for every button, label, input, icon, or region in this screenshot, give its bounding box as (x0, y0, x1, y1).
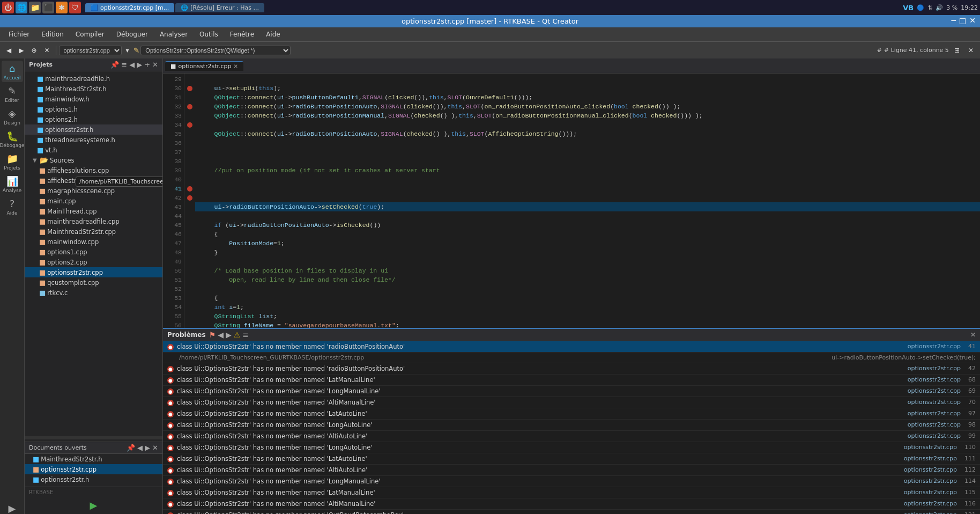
problem-item-14[interactable]: ● class Ui::OptionsStr2str' has no membe… (163, 498, 980, 510)
file-selector[interactable]: optionsstr2str.cpp (59, 46, 122, 55)
filter-options-icon[interactable]: ≡ (242, 331, 249, 339)
pin-btn[interactable]: 📌 (110, 61, 119, 69)
menu-outils[interactable]: Outils (194, 30, 224, 39)
aide-icon: ? (10, 198, 15, 209)
tree-item-vt-h[interactable]: ■ vt.h (25, 145, 162, 155)
problem-item-8[interactable]: ● class Ui::OptionsStr2str' has no membe… (163, 431, 980, 442)
tab-browser[interactable]: 🌐 [Résolu] Erreur : Has ... (175, 3, 264, 12)
tree-item-options2-h[interactable]: ■ options2.h (25, 114, 162, 124)
toolbar-close[interactable]: ✕ (41, 46, 53, 55)
prev-btn[interactable]: ◀ (129, 61, 135, 69)
docs-item-optionsstr2str-h[interactable]: ■ optionsstr2str.h (25, 474, 162, 484)
problem-item-10[interactable]: ● class Ui::OptionsStr2str' has no membe… (163, 453, 980, 465)
run-button[interactable]: ▶ (90, 500, 98, 511)
problem-item-9[interactable]: ● class Ui::OptionsStr2str' has no membe… (163, 442, 980, 453)
tree-item-mainthreadstr2str-cpp[interactable]: ■ MainthreadStr2str.cpp (25, 226, 162, 237)
tree-item-sources[interactable]: ▼ 📂 Sources (25, 155, 162, 165)
sidebar-debug[interactable]: 🐛 Débogage (2, 128, 23, 150)
problem-item-12[interactable]: ● class Ui::OptionsStr2str' has no membe… (163, 476, 980, 487)
tree-item-rtkcv[interactable]: ■ rtkcv.c (25, 288, 162, 298)
problem-item-13[interactable]: ● class Ui::OptionsStr2str' has no membe… (163, 487, 980, 498)
asterisk-icon[interactable]: ✱ (56, 2, 68, 13)
function-selector[interactable]: OptionsStr2str::OptionsStr2str(QWidget *… (140, 46, 291, 55)
close-button[interactable]: ✕ (969, 16, 976, 25)
shield-icon[interactable]: 🛡 (69, 2, 81, 13)
tab-close-btn[interactable]: ✕ (234, 63, 238, 69)
problem-item-3[interactable]: ● class Ui::OptionsStr2str' has no membe… (163, 375, 980, 386)
filename: magraphicsscene.cpp (47, 187, 115, 195)
sidebar-aide[interactable]: ? Aide (2, 196, 23, 217)
tree-item-mainthreadreadfile-h[interactable]: ■ mainthreadreadfile.h (25, 74, 162, 84)
toolbar-forward[interactable]: ▶ (16, 46, 27, 55)
next-problem-icon[interactable]: ▶ (226, 331, 232, 339)
menu-edition[interactable]: Edition (36, 30, 69, 39)
tree-item-optionsstr2str-h[interactable]: ■ optionsstr2str.h (25, 124, 162, 135)
menu-aide[interactable]: Aide (261, 30, 286, 39)
tree-item-mainwindow-h[interactable]: ■ mainwindow.h (25, 94, 162, 104)
tab-qtcreator[interactable]: 🟦 optionsstr2str.cpp [m... (85, 3, 174, 12)
docs-item-optionsstr2str-cpp[interactable]: ■ optionsstr2str.cpp (25, 464, 162, 474)
problem-item-15[interactable]: ● class Ui::OptionsStr2str' has no membe… (163, 510, 980, 514)
problem-item-2[interactable]: ● class Ui::OptionsStr2str' has no membe… (163, 363, 980, 375)
tree-item-options1-h[interactable]: ■ options1.h (25, 104, 162, 114)
docs-prev-btn[interactable]: ◀ (137, 444, 143, 452)
menu-compiler[interactable]: Compiler (70, 30, 110, 39)
problem-item-6[interactable]: ● class Ui::OptionsStr2str' has no membe… (163, 408, 980, 420)
code-content[interactable]: ui->setupUi(this); QObject::connect(ui->… (195, 74, 980, 328)
docs-close-btn[interactable]: ✕ (152, 444, 158, 452)
sidebar-debug-bottom[interactable]: ▶ Debug (2, 501, 23, 514)
next-btn[interactable]: ▶ (137, 61, 142, 69)
sidebar-editer[interactable]: ✎ Editer (2, 83, 23, 105)
tree-item-mainthreadstr2str-h[interactable]: ■ MainthreadStr2str.h (25, 84, 162, 94)
sidebar-projets[interactable]: 📁 Projets (2, 151, 23, 172)
menu-bar: Fichier Edition Compiler Déboguer Analys… (0, 27, 980, 41)
maximize-button[interactable]: □ (959, 16, 966, 25)
warning-filter-icon[interactable]: ⚠ (234, 331, 241, 339)
editor-tab-optionsstr2str[interactable]: ■ optionsstr2str.cpp ✕ (165, 61, 243, 71)
split-btn[interactable]: ⊞ (951, 46, 963, 55)
sidebar-design[interactable]: ◈ Design (2, 106, 23, 127)
tree-item-magraphicsscene[interactable]: ■ magraphicsscene.cpp (25, 186, 162, 196)
folder-icon[interactable]: 📁 (29, 2, 41, 13)
sidebar-analyse[interactable]: 📊 Analyse (2, 173, 23, 195)
tree-item-options1-cpp[interactable]: ■ options1.cpp (25, 247, 162, 257)
tree-item-optionsstr2str-cpp[interactable]: ■ optionsstr2str.cpp (25, 267, 162, 277)
docs-next-btn[interactable]: ▶ (145, 444, 150, 452)
tree-item-mainthread[interactable]: ■ MainThread.cpp (25, 206, 162, 216)
tree-item-main[interactable]: ■ main.cpp (25, 196, 162, 206)
tree-item-qcustomplot[interactable]: ■ qcustomplot.cpp (25, 277, 162, 288)
docs-item-mainthreadstr2str-h[interactable]: ■ MainthreadStr2str.h (25, 454, 162, 464)
error-filter-icon[interactable]: ⚑ (209, 331, 216, 339)
problem-item-11[interactable]: ● class Ui::OptionsStr2str' has no membe… (163, 465, 980, 476)
prev-problem-icon[interactable]: ◀ (218, 331, 224, 339)
add-tree-btn[interactable]: + (144, 61, 150, 69)
tree-item-mainwindow-cpp[interactable]: ■ mainwindow.cpp (25, 237, 162, 247)
docs-pin-btn[interactable]: 📌 (127, 444, 135, 452)
tree-item-mainthreadreadfile-cpp[interactable]: ■ mainthreadreadfile.cpp (25, 216, 162, 226)
toolbar-add[interactable]: ⊕ (28, 46, 40, 55)
problem-item-7[interactable]: ● class Ui::OptionsStr2str' has no membe… (163, 420, 980, 431)
problem-item-4[interactable]: ● class Ui::OptionsStr2str' has no membe… (163, 386, 980, 397)
tree-item-threadneuresysteme-h[interactable]: ■ threadneuresysteme.h (25, 135, 162, 145)
menu-fichier[interactable]: Fichier (3, 30, 35, 39)
menu-deboger[interactable]: Déboguer (111, 30, 153, 39)
problem-item-1[interactable]: ● class Ui::OptionsStr2str' has no membe… (163, 341, 980, 353)
toolbar-dropdown[interactable]: ▾ (123, 46, 132, 55)
tree-item-affichesolutions[interactable]: ■ affichesolutions.cpp (25, 165, 162, 175)
code-editor: 29 30 31 32 33 34 35 36 37 38 39 40 41 4… (163, 74, 980, 514)
power-icon[interactable]: ⏻ (2, 2, 14, 13)
close-panel-btn[interactable]: ✕ (152, 61, 158, 69)
terminal-icon[interactable]: ⬛ (42, 2, 54, 13)
sidebar-accueil[interactable]: ⌂ Accueil (2, 61, 23, 82)
problems-close-btn[interactable]: ✕ (970, 331, 976, 339)
problem-item-5[interactable]: ● class Ui::OptionsStr2str' has no membe… (163, 397, 980, 408)
toolbar-back[interactable]: ◀ (3, 46, 14, 55)
menu-fenetre[interactable]: Fenêtre (225, 30, 259, 39)
minimize-button[interactable]: ─ (952, 16, 956, 25)
filter-btn[interactable]: ≡ (121, 61, 127, 69)
menu-analyser[interactable]: Analyser (154, 30, 193, 39)
tree-item-options2-cpp[interactable]: ■ options2.cpp (25, 257, 162, 267)
close-editor-btn[interactable]: ✕ (965, 46, 977, 55)
browser-icon[interactable]: 🌐 (16, 2, 27, 13)
file-tree[interactable]: ■ mainthreadreadfile.h ■ MainthreadStr2s… (25, 71, 162, 436)
